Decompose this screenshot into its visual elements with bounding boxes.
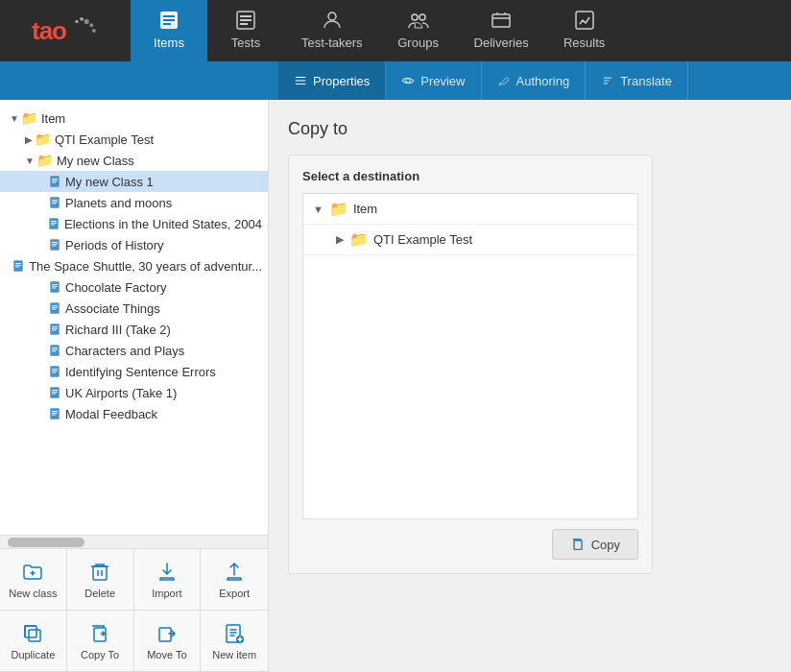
nav-groups-label: Groups: [397, 36, 439, 50]
tree-item-characters[interactable]: Characters and Plays: [0, 340, 268, 361]
item-icon-elections: [47, 217, 60, 230]
sidebar: ▼ 📁 Item ▶ 📁 QTI Example Test ▼ 📁 My new…: [0, 100, 269, 672]
tree-item-my-new-class-1[interactable]: My new Class 1: [0, 171, 268, 192]
svg-rect-38: [15, 267, 19, 268]
dest-arrow-qti-icon: ▶: [336, 233, 344, 246]
svg-rect-50: [52, 330, 56, 331]
new-class-label: New class: [9, 588, 57, 599]
tree-item-root[interactable]: ▼ 📁 Item: [0, 108, 268, 129]
item-icon-planets: [48, 196, 61, 209]
delete-label: Delete: [84, 588, 115, 599]
groups-nav-icon: [407, 9, 430, 32]
tab-properties[interactable]: Properties: [278, 61, 386, 100]
move-to-button[interactable]: Move To: [134, 611, 202, 672]
svg-rect-10: [240, 15, 252, 17]
svg-rect-54: [52, 351, 56, 352]
tree-label-qti: QTI Example Test: [55, 132, 154, 147]
item-icon-modal: [48, 407, 61, 420]
nav-tests[interactable]: Tests: [207, 0, 284, 61]
deliveries-nav-icon: [490, 9, 513, 32]
tab-translate-label: Translate: [620, 74, 672, 88]
duplicate-button[interactable]: Duplicate: [0, 611, 67, 672]
tree-item-my-new-class[interactable]: ▼ 📁 My new Class: [0, 150, 268, 171]
copy-button[interactable]: Copy: [552, 529, 638, 560]
svg-point-1: [89, 23, 93, 27]
tests-nav-icon: [234, 9, 257, 32]
svg-rect-62: [52, 394, 56, 395]
tree-item-modal[interactable]: Modal Feedback: [0, 403, 268, 424]
top-nav: tao Items Tests: [0, 0, 791, 61]
svg-rect-26: [52, 204, 56, 204]
new-item-button[interactable]: New item: [201, 611, 268, 672]
properties-icon: [294, 74, 307, 87]
svg-rect-37: [15, 265, 21, 266]
svg-rect-65: [52, 413, 58, 414]
dest-item-root[interactable]: ▼ 📁 Item: [303, 194, 637, 225]
svg-rect-36: [15, 263, 21, 264]
toolbar: New class Delete Import: [0, 548, 268, 672]
svg-rect-66: [52, 415, 56, 416]
folder-myclass-icon: 📁: [36, 153, 53, 168]
tree-item-periods[interactable]: Periods of History: [0, 234, 268, 255]
svg-rect-44: [52, 305, 58, 306]
tree-label-elections: Elections in the United States, 2004: [64, 217, 262, 231]
nav-results[interactable]: Results: [546, 0, 623, 61]
import-button[interactable]: Import: [134, 549, 202, 611]
svg-rect-19: [50, 176, 59, 187]
tree-item-elections[interactable]: Elections in the United States, 2004: [0, 213, 268, 234]
delete-button[interactable]: Delete: [67, 549, 134, 611]
copy-to-button[interactable]: Copy To: [67, 611, 134, 672]
dest-label-qti: QTI Example Test: [373, 232, 472, 247]
arrow-down2-icon: ▼: [25, 156, 35, 166]
svg-rect-29: [51, 223, 57, 224]
tab-authoring[interactable]: Authoring: [482, 61, 587, 100]
svg-rect-8: [163, 23, 171, 25]
dest-item-qti[interactable]: ▶ 📁 QTI Example Test: [303, 225, 637, 255]
new-class-button[interactable]: New class: [0, 549, 67, 611]
new-class-icon: [21, 561, 44, 584]
tree-item-qti[interactable]: ▶ 📁 QTI Example Test: [0, 129, 268, 150]
main-layout: ▼ 📁 Item ▶ 📁 QTI Example Test ▼ 📁 My new…: [0, 100, 791, 672]
tree-item-uk-airports[interactable]: UK Airports (Take 1): [0, 382, 268, 403]
tab-translate[interactable]: Translate: [586, 61, 688, 100]
copy-to-title: Copy to: [288, 119, 772, 139]
nav-groups[interactable]: Groups: [380, 0, 457, 61]
svg-rect-35: [14, 260, 23, 272]
export-button[interactable]: Export: [201, 549, 268, 611]
svg-rect-20: [52, 179, 58, 180]
svg-rect-30: [51, 225, 55, 226]
export-icon: [223, 561, 246, 584]
tree-item-chocolate[interactable]: Chocolate Factory: [0, 276, 268, 298]
svg-rect-52: [52, 348, 58, 348]
tree-item-identifying[interactable]: Identifying Sentence Errors: [0, 361, 268, 382]
tree-label-item: Item: [41, 111, 65, 126]
item-file-icon: [48, 175, 61, 188]
tree-item-associate[interactable]: Associate Things: [0, 298, 268, 319]
tree-item-shuttle[interactable]: The Space Shuttle, 30 years of adventur.…: [0, 255, 268, 276]
destination-tree: ▼ 📁 Item ▶ 📁 QTI Example Test: [302, 193, 638, 519]
svg-rect-22: [52, 182, 56, 183]
copy-to-label: Copy To: [81, 649, 119, 660]
tree-label-uk-airports: UK Airports (Take 1): [65, 386, 177, 400]
svg-point-4: [75, 20, 78, 23]
tree-label-my-new-class: My new Class: [57, 154, 134, 168]
dest-folder-root-icon: 📁: [329, 200, 348, 218]
tree-item-richard[interactable]: Richard III (Take 2): [0, 319, 268, 340]
nav-items[interactable]: Items: [131, 0, 207, 61]
svg-rect-34: [52, 246, 56, 247]
tab-preview[interactable]: Preview: [386, 61, 481, 100]
copy-btn-area: Copy: [302, 529, 638, 560]
results-nav-icon: [573, 9, 596, 32]
nav-deliveries[interactable]: Deliveries: [457, 0, 546, 61]
tree-item-planets[interactable]: Planets and moons: [0, 192, 268, 213]
nav-test-takers[interactable]: Test-takers: [284, 0, 380, 61]
copy-btn-label: Copy: [591, 538, 620, 552]
svg-rect-33: [52, 244, 58, 245]
svg-rect-21: [52, 180, 58, 181]
svg-rect-57: [52, 371, 58, 372]
horizontal-scrollbar[interactable]: [0, 535, 268, 548]
second-nav: Properties Preview Authoring Translate: [0, 61, 791, 100]
authoring-icon: [497, 74, 511, 87]
svg-rect-64: [52, 411, 58, 412]
svg-point-13: [328, 12, 336, 20]
